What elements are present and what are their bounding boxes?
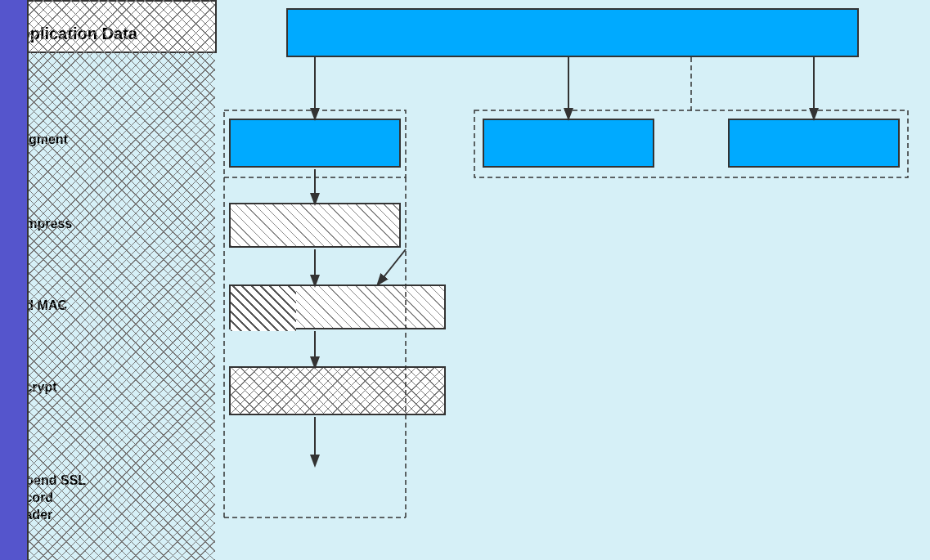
box-add-mac-extra: [231, 286, 296, 331]
box-append-header-piece: [0, 0, 29, 53]
svg-line-12: [380, 249, 406, 281]
diagram-container: Application Data Fragment Compress Add M…: [0, 0, 930, 560]
box-encrypt: [229, 366, 446, 415]
box-compress: [229, 203, 401, 248]
box-add-mac: [229, 284, 446, 329]
box-append-ssl: [0, 0, 217, 53]
box-application-data: [286, 8, 859, 57]
box-fragment-1: [229, 119, 401, 168]
box-append-body: [29, 0, 215, 53]
box-fragment-2: [483, 119, 654, 168]
box-fragment-3: [728, 119, 900, 168]
